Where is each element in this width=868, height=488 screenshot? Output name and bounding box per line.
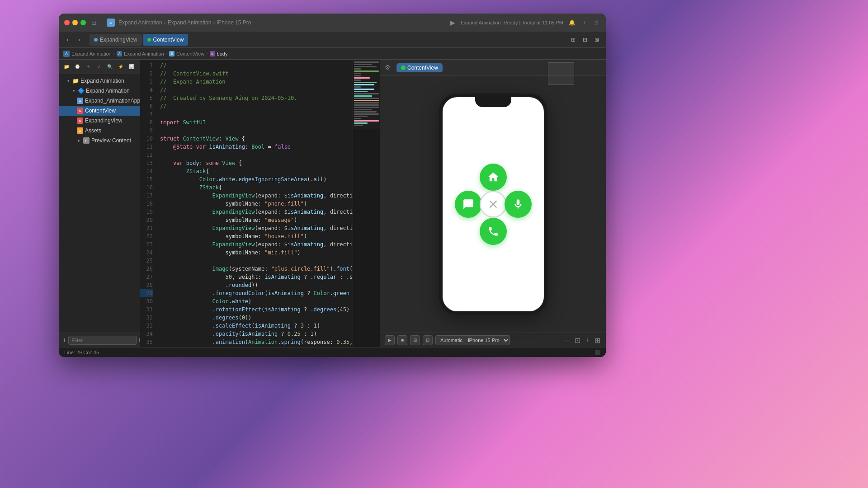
sidebar-reports-btn[interactable]: 📊 [127, 63, 136, 71]
zoom-100-btn[interactable]: ⊞ [593, 336, 601, 344]
tab-bar: ExpandingView ContentView [88, 34, 567, 46]
tab-active-dot-icon [147, 38, 151, 42]
preview-layout-btn[interactable]: ⊡ [423, 335, 433, 345]
folder-icon: 📁 [72, 78, 79, 84]
action-btn-center[interactable] [480, 191, 507, 218]
action-btn-phone[interactable] [480, 218, 507, 245]
sidebar-source-btn[interactable]: ⌚ [73, 63, 81, 71]
status-text: Expand Animation: Ready | Today at 11:05… [461, 20, 563, 25]
line-numbers: 12345 678910 1112131415 1617181920 21222… [140, 60, 156, 347]
preview-content-icon: P [83, 137, 90, 144]
sidebar-folder-btn[interactable]: 📁 [62, 63, 71, 71]
back-button[interactable]: ‹ [62, 34, 73, 45]
house-icon [487, 171, 500, 183]
preview-bottom-bar: ▶ ■ ⊞ ⊡ Automatic – iPhone 15 Pro − ⊡ + … [380, 333, 606, 347]
breadcrumb-folder[interactable]: Expand Animation [124, 51, 164, 56]
code-content[interactable]: // // ContentView.swift // Expand Animat… [156, 60, 353, 347]
sidebar-item-preview-content[interactable]: ▸ P Preview Content [59, 136, 140, 145]
notification-icon[interactable]: 🔔 [567, 18, 577, 28]
sidebar-item-expand-app-label: Expand_AnimationApp [85, 98, 140, 104]
tab-content-view-label: ContentView [153, 37, 184, 43]
project-name: Expand Animation [118, 19, 162, 26]
message-icon [462, 198, 474, 210]
sidebar-toggle-icon[interactable]: ⊟ [90, 18, 99, 27]
layout-split-btn[interactable]: ⊟ [580, 34, 590, 45]
sidebar-item-content-view-label: ContentView [85, 108, 116, 114]
filter-input[interactable] [68, 336, 137, 345]
zoom-fit-btn[interactable]: ⊡ [573, 336, 581, 344]
sidebar-debug-btn[interactable]: 🔍 [106, 63, 114, 71]
swift-app-icon: A [77, 98, 83, 104]
zoom-out-btn[interactable]: − [563, 336, 571, 344]
minimap[interactable] [353, 60, 380, 347]
sidebar-item-expanding-view-label: ExpandingView [85, 117, 123, 124]
sidebar-item-root-folder[interactable]: ▾ 📁 Expand Animation [59, 76, 140, 86]
scheme-name: Expand Animation [168, 19, 212, 26]
layout-right-btn[interactable]: ⊠ [591, 34, 602, 45]
breadcrumb-folder-icon: A [117, 51, 122, 56]
breadcrumb-symbol[interactable]: body [217, 51, 228, 56]
phone-icon [487, 225, 499, 237]
preview-toolbar: ⚙ ContentView [380, 60, 606, 76]
forward-button[interactable]: › [74, 34, 85, 45]
sidebar-item-expand-animation-folder[interactable]: ▾ 🔷 Expand Animation [59, 86, 140, 96]
minimize-button[interactable] [72, 20, 78, 25]
sidebar-item-expand-app[interactable]: A Expand_AnimationApp [59, 96, 140, 106]
breadcrumb-bar: A Expand Animation › A Expand Animation … [59, 48, 606, 60]
status-bar: Line: 29 Col: 45 [59, 347, 606, 357]
maximize-button[interactable] [80, 20, 86, 25]
tab-expanding-view-label: ExpandingView [100, 37, 137, 43]
breadcrumb-sep2: › [213, 19, 215, 26]
mic-icon [512, 198, 524, 210]
device-selector[interactable]: Automatic – iPhone 15 Pro [435, 335, 510, 345]
sidebar-item-assets[interactable]: A Assets [59, 126, 140, 136]
preview-stop-btn[interactable]: ■ [397, 335, 407, 345]
close-button[interactable] [64, 20, 70, 25]
breadcrumb-sep: › [164, 19, 166, 26]
folder-blue-icon: 🔷 [78, 88, 84, 94]
preview-content [380, 76, 606, 333]
iphone-mockup [439, 94, 547, 315]
breadcrumb-symbol-icon: b [210, 51, 215, 56]
sidebar: 📁 ⌚ ⚠ ✓ 🔍 ⚡ 📊 ▾ 📁 Expand Animation [59, 60, 140, 347]
settings-icon[interactable]: ⚙ [385, 64, 393, 72]
action-btn-mic[interactable] [505, 191, 532, 218]
action-btn-house[interactable] [480, 164, 507, 191]
status-info: Line: 29 Col: 45 [64, 350, 99, 355]
main-content: 📁 ⌚ ⚠ ✓ 🔍 ⚡ 📊 ▾ 📁 Expand Animation [59, 60, 606, 347]
code-editor: 12345 678910 1112131415 1617181920 21222… [140, 60, 380, 347]
breadcrumb-file[interactable]: ContentView [176, 51, 204, 56]
sidebar-item-expanding-view[interactable]: S ExpandingView [59, 116, 140, 126]
breadcrumb-project-icon: A [63, 51, 70, 57]
tab-expanding-view[interactable]: ExpandingView [90, 34, 142, 46]
tab-content-view[interactable]: ContentView [143, 34, 189, 46]
add-file-button[interactable]: + [62, 336, 66, 344]
sidebar-tree: ▾ 📁 Expand Animation ▾ 🔷 Expand Animatio… [59, 74, 140, 333]
run-button[interactable]: ▶ [449, 19, 457, 27]
add-button[interactable]: + [580, 19, 589, 27]
sidebar-issues-btn[interactable]: ⚠ [84, 63, 92, 71]
sidebar-breakpoints-btn[interactable]: ⚡ [117, 63, 125, 71]
sidebar-item-preview-label: Preview Content [91, 137, 131, 144]
preview-tab-label: ContentView [407, 65, 438, 71]
sidebar-item-root-label: Expand Animation [80, 78, 124, 84]
status-icon [595, 350, 600, 355]
preview-inspect-btn[interactable]: ⊞ [410, 335, 420, 345]
line-info: Line: 29 [64, 350, 82, 355]
action-btn-message[interactable] [455, 191, 482, 218]
preview-play-btn[interactable]: ▶ [385, 335, 395, 345]
swift-file-icon2: S [77, 117, 83, 124]
zoom-in-btn[interactable]: + [583, 336, 591, 344]
swift-file-icon: S [77, 108, 83, 114]
assets-icon: A [77, 127, 83, 134]
expand-button[interactable]: ⊡ [592, 19, 600, 27]
sidebar-test-btn[interactable]: ✓ [95, 63, 103, 71]
action-buttons-container[interactable] [455, 164, 532, 245]
breadcrumb-project[interactable]: Expand Animation [71, 51, 112, 56]
preview-tab-content-view[interactable]: ContentView [396, 63, 443, 72]
sidebar-item-content-view[interactable]: S ContentView [59, 106, 140, 116]
layout-left-btn[interactable]: ⊞ [568, 34, 579, 45]
status-right [595, 349, 600, 355]
iphone-screen [443, 97, 544, 311]
chevron-right-icon: ▸ [77, 138, 81, 143]
